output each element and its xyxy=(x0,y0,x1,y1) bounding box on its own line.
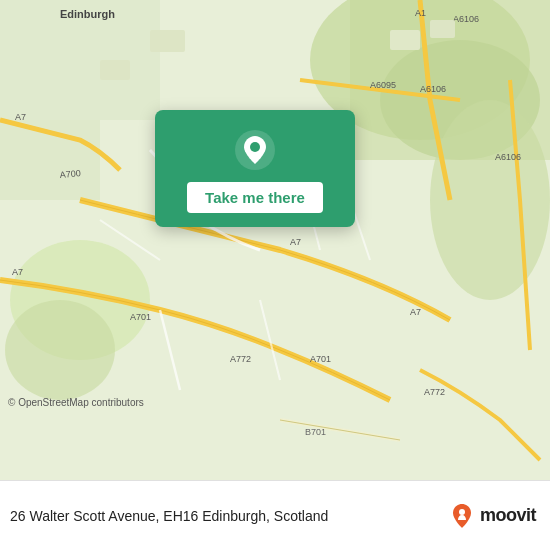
location-card: Take me there xyxy=(155,110,355,227)
svg-text:Edinburgh: Edinburgh xyxy=(60,8,115,20)
svg-point-30 xyxy=(250,142,260,152)
map-container: A700 A7 A7 A7 A701 A701 A772 A6106 A6095… xyxy=(0,0,550,480)
svg-rect-26 xyxy=(430,20,455,38)
moovit-logo: moovit xyxy=(448,502,536,530)
moovit-wordmark: moovit xyxy=(480,505,536,526)
svg-text:A7: A7 xyxy=(15,112,26,122)
svg-text:A6106: A6106 xyxy=(420,84,446,94)
svg-text:A701: A701 xyxy=(130,312,151,322)
svg-text:A701: A701 xyxy=(310,354,331,364)
svg-text:A7: A7 xyxy=(290,237,301,247)
svg-point-31 xyxy=(459,509,465,515)
svg-text:A700: A700 xyxy=(59,168,81,180)
svg-text:A772: A772 xyxy=(230,354,251,364)
map-attribution: © OpenStreetMap contributors xyxy=(8,397,144,408)
svg-text:A6095: A6095 xyxy=(370,80,396,90)
moovit-pin-icon xyxy=(448,502,476,530)
svg-text:A7: A7 xyxy=(410,307,421,317)
bottom-bar: 26 Walter Scott Avenue, EH16 Edinburgh, … xyxy=(0,480,550,550)
take-me-there-button[interactable]: Take me there xyxy=(187,182,323,213)
svg-text:A6106: A6106 xyxy=(495,152,521,162)
svg-point-6 xyxy=(5,300,115,400)
svg-rect-28 xyxy=(100,60,130,80)
svg-rect-25 xyxy=(390,30,420,50)
svg-text:A1: A1 xyxy=(415,8,426,18)
svg-text:A772: A772 xyxy=(424,387,445,397)
svg-text:A6106: A6106 xyxy=(453,14,479,24)
location-pin-icon xyxy=(233,128,277,172)
address-label: 26 Walter Scott Avenue, EH16 Edinburgh, … xyxy=(10,508,448,524)
map-background: A700 A7 A7 A7 A701 A701 A772 A6106 A6095… xyxy=(0,0,550,480)
svg-text:B701: B701 xyxy=(305,427,326,437)
svg-rect-27 xyxy=(150,30,185,52)
svg-text:A7: A7 xyxy=(12,267,23,277)
